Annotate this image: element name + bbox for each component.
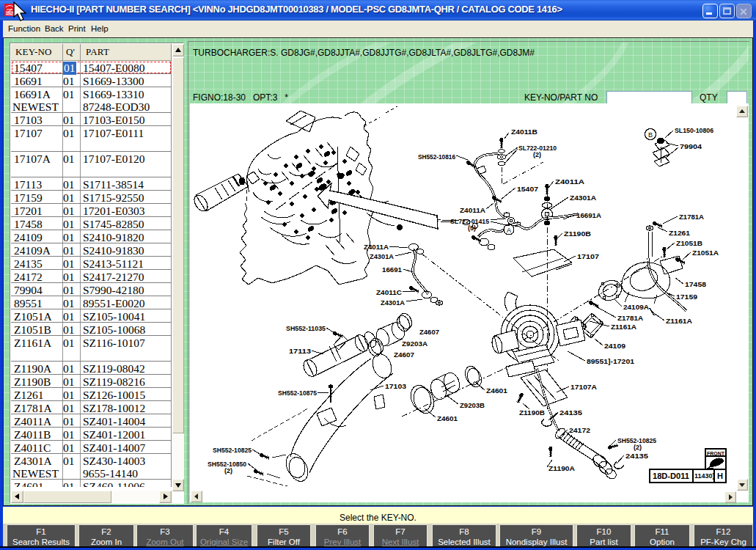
svg-text:Z4601: Z4601 [486,386,508,395]
svg-text:Z1161A: Z1161A [611,323,636,331]
svg-text:Z4601: Z4601 [437,414,458,422]
svg-text:B: B [648,131,653,139]
svg-text:17107: 17107 [577,252,600,260]
svg-text:Z4301A: Z4301A [381,298,405,307]
svg-text:11430): 11430) [694,472,715,480]
svg-text:H: H [717,472,723,480]
svg-text:17113: 17113 [289,347,312,355]
svg-text:Z4607: Z4607 [394,351,415,359]
svg-text:16691: 16691 [382,265,403,274]
svg-text:16691A: 16691A [576,211,601,219]
svg-text:Z1190A: Z1190A [548,464,575,472]
svg-text:(2): (2) [224,467,232,474]
svg-text:Z4301A: Z4301A [370,252,394,260]
svg-text:24109: 24109 [604,342,626,350]
svg-text:(5): (5) [468,224,476,232]
svg-text:Z4011A: Z4011A [460,206,485,214]
svg-text:SH552-10875: SH552-10875 [278,389,317,397]
svg-text:89551]-17201: 89551]-17201 [587,357,635,365]
svg-text:18D-D011: 18D-D011 [653,472,689,480]
svg-text:24135: 24135 [625,452,649,460]
svg-text:17159: 17159 [676,293,698,301]
svg-text:15407: 15407 [517,185,539,193]
svg-text:Z1781A: Z1781A [679,213,704,221]
svg-text:SH552-10825: SH552-10825 [213,446,252,454]
svg-text:A: A [507,227,511,234]
svg-text:FRONT: FRONT [707,451,725,456]
svg-text:Z4301A: Z4301A [570,194,596,202]
svg-text:Z1261: Z1261 [669,229,691,237]
svg-text:Z1190B: Z1190B [519,408,545,417]
svg-text:17458: 17458 [685,280,707,288]
svg-text:(2): (2) [533,151,541,158]
svg-text:Z1781A: Z1781A [617,314,643,322]
svg-text:24172: 24172 [569,426,591,434]
svg-text:SH552-11035: SH552-11035 [286,324,326,332]
svg-text:SH552-10816: SH552-10816 [418,153,455,161]
svg-text:Z4011A: Z4011A [555,177,584,186]
svg-text:Z4607: Z4607 [419,328,440,336]
svg-text:Z1051A: Z1051A [692,249,719,257]
svg-text:79904: 79904 [680,142,702,150]
svg-text:Z4011B: Z4011B [511,128,537,136]
svg-text:Z9203B: Z9203B [460,401,485,409]
svg-text:Z4011C: Z4011C [376,288,402,296]
svg-text:17107A: 17107A [570,383,597,391]
svg-text:17103: 17103 [385,382,407,390]
svg-text:24135: 24135 [559,408,583,417]
svg-text:Z9203A: Z9203A [402,340,427,348]
svg-text:24109A: 24109A [623,303,649,311]
svg-text:Z1190B: Z1190B [564,230,591,238]
svg-text:Z1051B: Z1051B [676,239,702,247]
svg-text:(2): (2) [634,444,642,451]
svg-text:Z1161A: Z1161A [666,317,692,325]
svg-text:SL150-10806: SL150-10806 [675,126,713,134]
svg-text:Z4011A: Z4011A [364,243,389,251]
